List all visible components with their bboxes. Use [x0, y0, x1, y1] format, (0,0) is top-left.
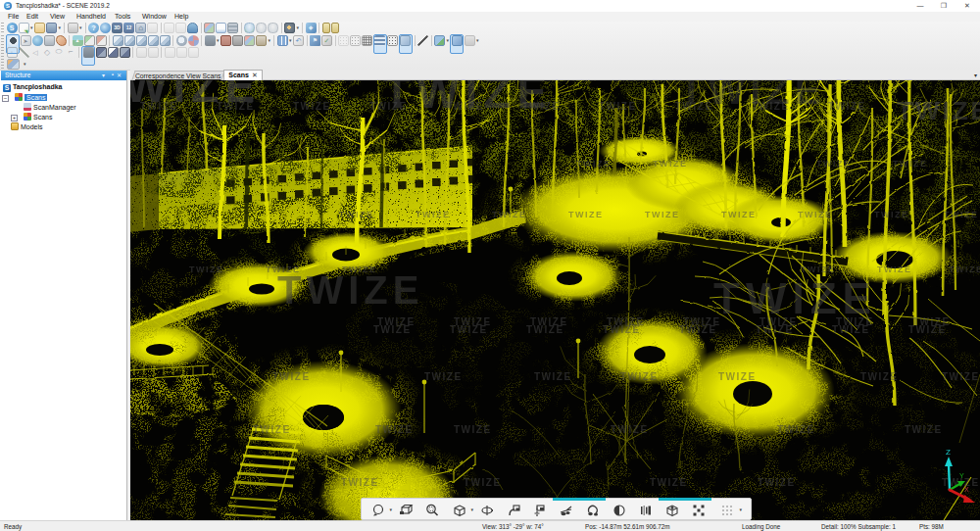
svg-text:TWIZE: TWIZE [369, 101, 408, 112]
svg-text:TWIZE: TWIZE [942, 371, 980, 382]
svg-text:TWIZE: TWIZE [893, 159, 928, 169]
svg-text:TWIZE: TWIZE [342, 265, 377, 274]
svg-text:TWIZE: TWIZE [611, 424, 649, 435]
svg-text:TWIZE: TWIZE [679, 324, 717, 335]
svg-text:TWIZE: TWIZE [277, 268, 423, 312]
svg-text:TWIZE: TWIZE [339, 210, 374, 219]
svg-text:TWIZE: TWIZE [492, 210, 527, 219]
svg-text:TWIZE: TWIZE [375, 424, 414, 435]
svg-text:TWIZE: TWIZE [253, 424, 291, 435]
svg-text:TWIZE: TWIZE [620, 371, 659, 382]
svg-text:Y: Y [959, 472, 964, 479]
svg-text:TWIZE: TWIZE [758, 477, 796, 488]
svg-text:TWIZE: TWIZE [650, 477, 688, 488]
svg-text:TWIZE: TWIZE [860, 371, 899, 382]
svg-text:TWIZE: TWIZE [446, 101, 484, 112]
svg-text:TWIZE: TWIZE [450, 324, 488, 335]
svg-text:TWIZE: TWIZE [877, 265, 912, 274]
svg-text:TWIZE: TWIZE [534, 371, 572, 382]
svg-text:TWIZE: TWIZE [293, 101, 331, 112]
svg-text:TWIZE: TWIZE [217, 101, 255, 112]
svg-text:TWIZE: TWIZE [752, 101, 790, 112]
svg-text:TWIZE: TWIZE [522, 101, 561, 112]
svg-text:TWIZE: TWIZE [645, 210, 680, 219]
svg-text:TWIZE: TWIZE [801, 265, 836, 274]
svg-text:TWIZE: TWIZE [756, 324, 794, 335]
svg-text:TWIZE: TWIZE [454, 424, 492, 435]
svg-text:TWIZE: TWIZE [341, 477, 379, 488]
svg-text:TWIZE: TWIZE [424, 371, 463, 382]
svg-text:TWIZE: TWIZE [653, 159, 688, 169]
svg-text:TWIZE: TWIZE [576, 159, 612, 169]
svg-text:TWIZE: TWIZE [272, 371, 311, 382]
svg-text:TWIZE: TWIZE [189, 265, 224, 274]
svg-text:TWIZE: TWIZE [599, 101, 637, 112]
svg-text:TWIZE: TWIZE [874, 210, 909, 219]
svg-text:Z: Z [946, 448, 951, 457]
svg-text:TWIZE: TWIZE [905, 101, 943, 112]
svg-text:TWIZE: TWIZE [568, 210, 604, 219]
svg-text:X: X [964, 486, 969, 493]
svg-text:TWIZE: TWIZE [828, 101, 866, 112]
svg-text:TWIZE: TWIZE [721, 210, 757, 219]
svg-text:TWIZE: TWIZE [416, 210, 451, 219]
svg-text:TWIZE: TWIZE [266, 265, 301, 274]
svg-text:TWIZE: TWIZE [464, 477, 502, 488]
svg-text:TWIZE: TWIZE [905, 424, 943, 435]
svg-text:TWIZE: TWIZE [526, 324, 564, 335]
svg-text:TWIZE: TWIZE [383, 80, 553, 118]
svg-text:TWIZE: TWIZE [777, 424, 815, 435]
svg-text:TWIZE: TWIZE [944, 210, 979, 219]
svg-text:TWIZE: TWIZE [603, 324, 641, 335]
svg-text:TWIZE: TWIZE [140, 101, 178, 112]
svg-text:TWIZE: TWIZE [908, 324, 947, 335]
svg-text:TWIZE: TWIZE [675, 101, 713, 112]
svg-text:TWIZE: TWIZE [713, 274, 877, 322]
svg-text:TWIZE: TWIZE [718, 371, 757, 382]
svg-text:TWIZE: TWIZE [832, 324, 870, 335]
svg-text:TWIZE: TWIZE [373, 324, 412, 335]
svg-text:TWIZE: TWIZE [798, 210, 833, 219]
svg-text:TWIZE: TWIZE [816, 159, 852, 169]
svg-text:TWIZE: TWIZE [949, 265, 980, 274]
